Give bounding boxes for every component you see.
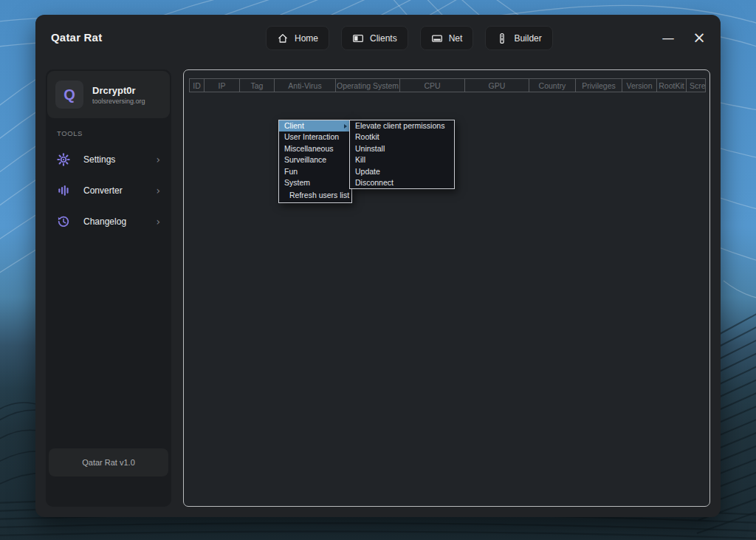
gear-icon	[57, 153, 70, 166]
sidebar-item-converter[interactable]: Converter ›	[47, 181, 170, 200]
column-header-antivirus[interactable]: Anti-Virus	[275, 79, 336, 92]
titlebar: Qatar Rat Home Clients	[35, 15, 721, 61]
net-icon	[431, 33, 443, 44]
history-clock-icon	[57, 215, 70, 228]
sidebar-item-converter-label: Converter	[83, 185, 156, 196]
nav-builder-button[interactable]: Builder	[485, 26, 552, 50]
submenu-item-kill[interactable]: Kill	[350, 154, 454, 165]
column-header-id[interactable]: ID	[190, 79, 205, 92]
nav-net-button[interactable]: Net	[420, 26, 474, 50]
context-menu-item-surveillance[interactable]: Surveillance	[279, 154, 351, 165]
nav-clients-button[interactable]: Clients	[341, 26, 408, 50]
avatar: Q	[55, 81, 83, 109]
window-controls: — ×	[659, 15, 709, 61]
version-badge: Qatar Rat v1.0	[49, 448, 168, 476]
column-header-os[interactable]: Operating System	[336, 79, 400, 92]
context-menu-item-user-interaction[interactable]: User Interaction	[279, 131, 351, 143]
context-menu-item-client[interactable]: Client	[279, 120, 351, 131]
column-header-privileges[interactable]: Privileges	[576, 79, 622, 92]
sidebar: Q Drcrypt0r toolsreversing.org TOOLS	[46, 69, 171, 507]
chevron-right-icon: ›	[156, 216, 160, 228]
submenu-item-disconnect[interactable]: Disconnect	[350, 177, 454, 188]
submenu-item-uninstall[interactable]: Uninstall	[350, 143, 454, 154]
context-menu-item-fun[interactable]: Fun	[279, 166, 351, 177]
profile-info: Drcrypt0r toolsreversing.org	[92, 85, 145, 105]
nav-builder-label: Builder	[514, 33, 541, 44]
avatar-letter: Q	[63, 86, 75, 103]
column-header-rootkit[interactable]: RootKit	[657, 79, 687, 92]
column-header-cpu[interactable]: CPU	[400, 79, 465, 92]
sidebar-item-changelog-label: Changelog	[83, 216, 156, 227]
profile-subtitle: toolsreversing.org	[92, 98, 145, 105]
submenu-item-elevate-client-permissions[interactable]: Elevate client permissions	[350, 120, 454, 131]
builder-icon	[496, 33, 508, 44]
close-button[interactable]: ×	[690, 28, 709, 47]
home-icon	[277, 33, 289, 44]
minimize-button[interactable]: —	[659, 28, 678, 47]
main-nav: Home Clients Net	[266, 26, 553, 50]
app-window: Qatar Rat Home Clients	[35, 15, 721, 517]
sidebar-item-changelog[interactable]: Changelog ›	[47, 212, 170, 231]
nav-clients-label: Clients	[370, 33, 397, 44]
context-menu-item-refresh-users-list[interactable]: Refresh users list	[279, 188, 351, 202]
column-header-tag[interactable]: Tag	[240, 79, 275, 92]
column-header-screen[interactable]: Scree	[687, 79, 705, 92]
nav-home-button[interactable]: Home	[266, 26, 329, 50]
nav-home-label: Home	[295, 33, 318, 44]
profile-name: Drcrypt0r	[92, 85, 145, 96]
column-header-gpu[interactable]: GPU	[465, 79, 529, 92]
chevron-right-icon: ›	[156, 154, 160, 165]
column-header-ip[interactable]: IP	[205, 79, 240, 92]
submenu-item-update[interactable]: Update	[350, 166, 454, 177]
app-title: Qatar Rat	[51, 31, 102, 44]
table-header: ID IP Tag Anti-Virus Operating System CP…	[189, 78, 706, 92]
submenu-arrow-icon	[344, 124, 347, 129]
equalizer-icon	[57, 184, 70, 197]
context-submenu: Elevate client permissions Rootkit Unins…	[349, 120, 455, 189]
nav-net-label: Net	[449, 33, 463, 44]
column-header-version[interactable]: Version	[622, 79, 657, 92]
tools-section-label: TOOLS	[57, 129, 83, 137]
clients-icon	[352, 33, 364, 44]
column-header-country[interactable]: Country	[529, 79, 576, 92]
submenu-item-rootkit[interactable]: Rootkit	[350, 131, 454, 143]
sidebar-item-settings-label: Settings	[83, 154, 156, 165]
context-menu-item-system[interactable]: System	[279, 177, 351, 188]
chevron-right-icon: ›	[156, 185, 160, 196]
sidebar-item-settings[interactable]: Settings ›	[47, 150, 170, 169]
profile-card[interactable]: Q Drcrypt0r toolsreversing.org	[47, 71, 170, 118]
context-menu: Client User Interaction Miscellaneous Su…	[278, 120, 352, 203]
context-menu-item-miscellaneous[interactable]: Miscellaneous	[279, 143, 351, 154]
